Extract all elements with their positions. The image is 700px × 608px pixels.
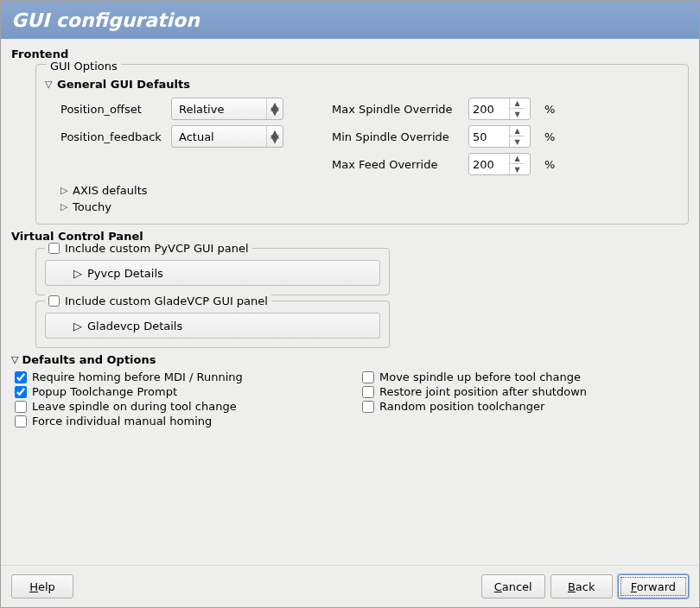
popup-toolchange-checkbox[interactable] [15, 386, 27, 398]
max-feed-spin[interactable]: ▲▼ [468, 153, 531, 175]
options-grid: Require homing before MDI / Running Popu… [15, 370, 689, 428]
option-row: Move spindle up before tool change [362, 370, 689, 384]
chevron-right-icon: ▷ [73, 267, 82, 280]
max-spindle-input[interactable] [469, 103, 509, 116]
chevron-right-icon: ▷ [60, 185, 69, 196]
random-toolchanger-checkbox[interactable] [362, 401, 374, 413]
general-gui-defaults-expander[interactable]: ▽ General GUI Defaults [45, 76, 679, 92]
max-feed-label: Max Feed Override [332, 158, 461, 171]
min-spindle-spin[interactable]: ▲▼ [468, 125, 531, 148]
restore-joint-checkbox[interactable] [362, 386, 374, 398]
leave-spindle-checkbox[interactable] [15, 401, 27, 413]
pyvcp-details-expander[interactable]: ▷ Pyvcp Details [45, 260, 380, 286]
pyvcp-checkbox-label: Include custom PyVCP GUI panel [65, 242, 249, 255]
titlebar: GUI configuration [1, 1, 699, 39]
position-offset-select[interactable]: Relative ▲▼ [171, 98, 283, 120]
option-row: Random position toolchanger [362, 399, 689, 414]
gladevcp-panel: Include custom GladeVCP GUI panel ▷ Glad… [35, 301, 390, 348]
chevron-down-icon: ▽ [11, 354, 18, 365]
pyvcp-checkbox[interactable] [48, 243, 60, 254]
content-area: Frontend GUI Options ▽ General GUI Defau… [1, 39, 699, 565]
frontend-label: Frontend [11, 48, 689, 60]
chevron-down-icon: ▽ [45, 79, 54, 90]
footer: Help Cancel Back Forward [1, 565, 699, 607]
position-feedback-label: Position_feedback [60, 130, 164, 143]
help-button[interactable]: Help [11, 574, 73, 598]
select-arrows-icon: ▲▼ [270, 131, 279, 142]
spin-up-icon[interactable]: ▲ [510, 154, 525, 164]
force-individual-homing-checkbox[interactable] [15, 415, 27, 428]
option-row: Restore joint position after shutdown [362, 384, 689, 399]
spin-up-icon[interactable]: ▲ [510, 126, 525, 136]
option-row: Force individual manual homing [15, 414, 341, 428]
spin-down-icon[interactable]: ▼ [510, 136, 525, 147]
move-spindle-up-checkbox[interactable] [362, 371, 374, 383]
option-row: Require homing before MDI / Running [15, 370, 341, 384]
option-row: Popup Toolchange Prompt [15, 384, 341, 399]
spin-down-icon[interactable]: ▼ [510, 164, 525, 174]
spin-down-icon[interactable]: ▼ [510, 109, 525, 119]
back-button[interactable]: Back [550, 574, 613, 598]
gladevcp-checkbox-label: Include custom GladeVCP GUI panel [65, 294, 268, 307]
position-feedback-select[interactable]: Actual ▲▼ [171, 125, 283, 148]
page-title: GUI configuration [11, 10, 200, 31]
gladevcp-checkbox[interactable] [48, 295, 60, 307]
spin-up-icon[interactable]: ▲ [510, 98, 525, 109]
forward-button[interactable]: Forward [618, 574, 689, 598]
defaults-options-expander[interactable]: ▽ Defaults and Options [11, 353, 689, 366]
gui-options-fieldset: GUI Options ▽ General GUI Defaults Posit… [35, 64, 689, 225]
gladevcp-details-expander[interactable]: ▷ Gladevcp Details [45, 313, 380, 339]
option-row: Leave spindle on during tool change [15, 399, 341, 414]
chevron-right-icon: ▷ [73, 320, 82, 332]
gui-options-legend: GUI Options [47, 60, 121, 73]
max-spindle-label: Max Spindle Override [332, 103, 461, 116]
vcp-heading: Virtual Control Panel [11, 230, 689, 243]
touchy-expander[interactable]: ▷ Touchy [60, 199, 679, 215]
max-feed-input[interactable] [469, 158, 509, 171]
require-homing-checkbox[interactable] [15, 371, 27, 383]
position-offset-label: Position_offset [60, 103, 164, 116]
axis-defaults-expander[interactable]: ▷ AXIS defaults [60, 182, 679, 199]
max-spindle-spin[interactable]: ▲▼ [468, 98, 531, 120]
cancel-button[interactable]: Cancel [481, 574, 545, 598]
min-spindle-input[interactable] [469, 130, 509, 143]
chevron-right-icon: ▷ [60, 201, 69, 212]
pyvcp-panel: Include custom PyVCP GUI panel ▷ Pyvcp D… [35, 248, 390, 295]
min-spindle-label: Min Spindle Override [332, 130, 461, 143]
select-arrows-icon: ▲▼ [270, 104, 279, 114]
